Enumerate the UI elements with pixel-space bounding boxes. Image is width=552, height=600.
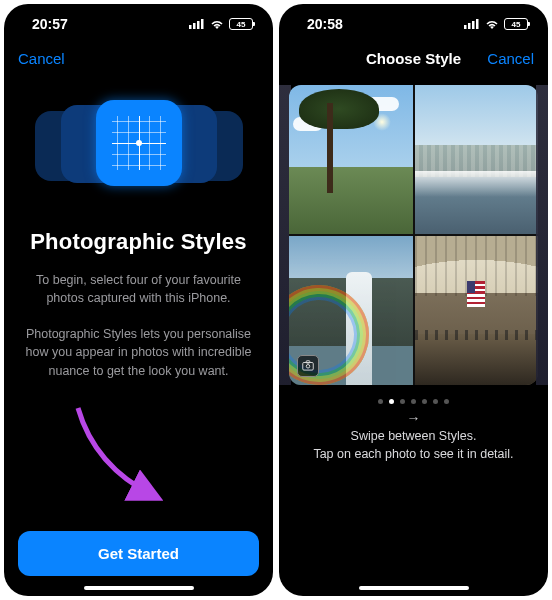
- nav-bar: Choose Style Cancel: [279, 44, 548, 77]
- svg-rect-1: [193, 23, 196, 29]
- svg-rect-8: [303, 363, 314, 371]
- svg-rect-3: [201, 19, 204, 29]
- home-indicator[interactable]: [84, 586, 194, 590]
- status-bar: 20:57 45: [4, 4, 273, 44]
- preview-photo[interactable]: [289, 85, 413, 234]
- get-started-button[interactable]: Get Started: [18, 531, 259, 576]
- page-dot[interactable]: [389, 399, 394, 404]
- style-carousel[interactable]: [279, 81, 548, 385]
- page-dot[interactable]: [400, 399, 405, 404]
- page-dot[interactable]: [378, 399, 383, 404]
- intro-paragraph-2: Photographic Styles lets you personalise…: [4, 325, 273, 379]
- next-style-peek[interactable]: [536, 85, 548, 385]
- svg-rect-9: [306, 361, 310, 363]
- photo-style-badge-icon: [297, 355, 319, 377]
- cancel-button[interactable]: Cancel: [18, 50, 78, 67]
- page-dot[interactable]: [411, 399, 416, 404]
- hero-graphic: [4, 83, 273, 203]
- svg-rect-6: [472, 21, 475, 29]
- page-dot[interactable]: [422, 399, 427, 404]
- signal-icon: [189, 19, 205, 29]
- hint-text: Swipe between Styles. Tap on each photo …: [279, 428, 548, 463]
- page-dot[interactable]: [444, 399, 449, 404]
- screen-choose-style: 20:58 45 Choose Style Cancel: [279, 4, 548, 596]
- preview-photo[interactable]: [289, 236, 413, 385]
- svg-rect-7: [476, 19, 479, 29]
- wifi-icon: [209, 18, 225, 30]
- page-title: Photographic Styles: [20, 229, 257, 255]
- battery-icon: 45: [504, 18, 528, 30]
- cancel-button[interactable]: Cancel: [474, 50, 534, 67]
- status-time: 20:57: [32, 16, 68, 32]
- page-title: Choose Style: [353, 50, 474, 67]
- status-icons: 45: [189, 18, 253, 30]
- status-icons: 45: [464, 18, 528, 30]
- intro-paragraph-1: To begin, select four of your favourite …: [4, 271, 273, 307]
- preview-photo[interactable]: [415, 236, 539, 385]
- nav-bar: Cancel: [4, 44, 273, 77]
- status-time: 20:58: [307, 16, 343, 32]
- screen-intro: 20:57 45 Cancel: [4, 4, 273, 596]
- svg-point-10: [306, 365, 310, 369]
- style-preview-grid[interactable]: [289, 85, 538, 385]
- page-dots: [279, 399, 548, 404]
- styles-grid-icon: [96, 100, 182, 186]
- home-indicator[interactable]: [359, 586, 469, 590]
- svg-rect-2: [197, 21, 200, 29]
- wifi-icon: [484, 18, 500, 30]
- svg-rect-5: [468, 23, 471, 29]
- svg-rect-0: [189, 25, 192, 29]
- page-dot[interactable]: [433, 399, 438, 404]
- signal-icon: [464, 19, 480, 29]
- battery-icon: 45: [229, 18, 253, 30]
- status-bar: 20:58 45: [279, 4, 548, 44]
- preview-photo[interactable]: [415, 85, 539, 234]
- svg-rect-4: [464, 25, 467, 29]
- swipe-arrow-icon: →: [279, 410, 548, 426]
